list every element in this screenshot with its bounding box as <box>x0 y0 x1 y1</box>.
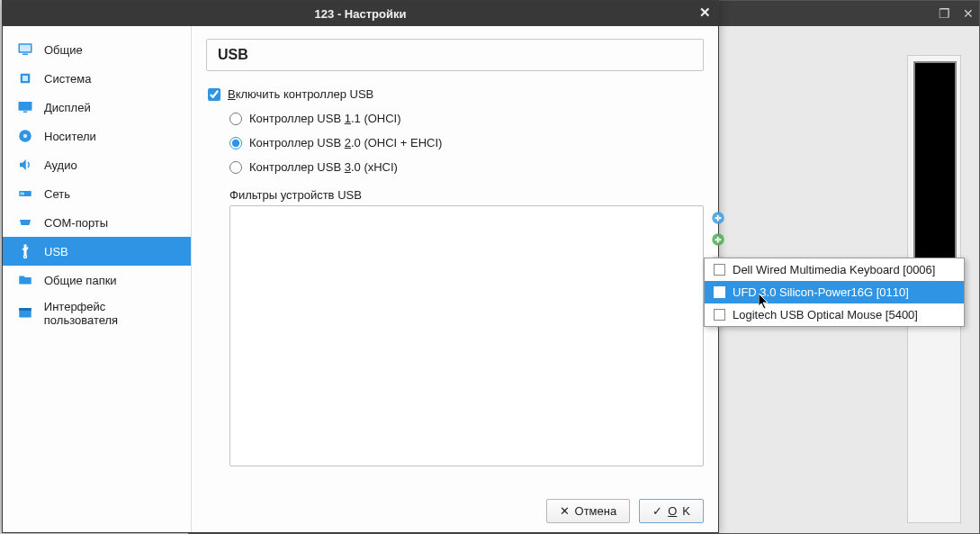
usb-2-0-label: Контроллер USB 2.0 (OHCI + EHCI) <box>249 136 442 149</box>
disk-icon <box>15 127 35 145</box>
usb-device-popup[interactable]: Dell Wired Multimedia Keyboard [0006] UF… <box>704 258 965 327</box>
ok-button[interactable]: ✓ OK <box>639 499 704 523</box>
sidebar-item-network[interactable]: Сеть <box>3 179 191 208</box>
sidebar-item-serial[interactable]: COM-порты <box>3 208 191 237</box>
serial-port-icon <box>15 213 35 231</box>
usb-3-0-radio[interactable]: Контроллер USB 3.0 (xHCI) <box>229 160 704 174</box>
usb-2-0-radio[interactable]: Контроллер USB 2.0 (OHCI + EHCI) <box>229 136 704 149</box>
ui-icon <box>15 304 35 322</box>
sidebar-item-label: Система <box>44 72 91 86</box>
sidebar-item-shared-folders[interactable]: Общие папки <box>3 266 191 294</box>
svg-rect-10 <box>21 193 22 195</box>
add-empty-filter-icon[interactable] <box>710 210 726 226</box>
close-icon[interactable]: ✕ <box>699 5 711 21</box>
cancel-icon: ✕ <box>560 504 570 518</box>
folder-icon <box>15 271 35 289</box>
svg-rect-2 <box>22 54 28 56</box>
speaker-icon <box>15 156 35 174</box>
sidebar-item-label: Общие <box>44 43 83 57</box>
popup-item-mouse[interactable]: Logitech USB Optical Mouse [5400] <box>705 303 964 326</box>
chip-icon <box>15 69 35 87</box>
popup-item-ufd[interactable]: UFD 3.0 Silicon-Power16G [0110] <box>705 281 964 303</box>
usb-1-1-input[interactable] <box>229 113 242 125</box>
usb-3-0-label: Контроллер USB 3.0 (xHCI) <box>249 160 398 174</box>
vm-screen-thumb <box>913 61 957 286</box>
dialog-footer: ✕ Отмена ✓ OK <box>206 490 704 523</box>
sidebar-item-label: Общие папки <box>44 274 117 287</box>
usb-1-1-label: Контроллер USB 1.1 (OHCI) <box>249 112 401 125</box>
svg-rect-13 <box>19 308 31 311</box>
sidebar-item-audio[interactable]: Аудио <box>3 150 191 179</box>
svg-point-8 <box>23 134 28 139</box>
sidebar-item-display[interactable]: Дисплей <box>3 93 191 122</box>
usb-icon <box>15 242 35 260</box>
usb-2-0-input[interactable] <box>229 137 242 149</box>
popup-item-keyboard[interactable]: Dell Wired Multimedia Keyboard [0006] <box>705 258 964 281</box>
sidebar-item-usb[interactable]: USB <box>3 237 191 266</box>
sidebar-item-storage[interactable]: Носители <box>3 122 191 150</box>
popup-item-label: UFD 3.0 Silicon-Power16G [0110] <box>733 285 909 299</box>
display-icon <box>15 98 35 116</box>
maximize-icon[interactable]: ❐ <box>939 6 950 21</box>
svg-rect-6 <box>23 112 28 113</box>
popup-checkbox[interactable] <box>714 286 725 298</box>
monitor-icon <box>15 41 35 59</box>
sidebar-item-label: Интерфейс пользователя <box>44 300 182 327</box>
svg-rect-1 <box>20 45 31 52</box>
network-icon <box>15 185 35 203</box>
sidebar-item-label: COM-порты <box>44 216 108 230</box>
panel-title: USB <box>206 39 704 71</box>
sidebar-item-label: Аудио <box>44 158 77 172</box>
dialog-title: 123 - Настройки <box>315 7 407 21</box>
sidebar-item-system[interactable]: Система <box>3 64 191 93</box>
sidebar-item-label: Дисплей <box>44 101 91 114</box>
popup-item-label: Dell Wired Multimedia Keyboard [0006] <box>733 263 935 276</box>
enable-usb-input[interactable] <box>208 88 220 101</box>
svg-rect-11 <box>22 193 24 195</box>
svg-rect-4 <box>22 76 28 81</box>
filters-label: Фильтры устройств USB <box>229 188 704 202</box>
popup-checkbox[interactable] <box>714 309 725 321</box>
svg-rect-5 <box>19 102 32 111</box>
sidebar-item-general[interactable]: Общие <box>3 35 191 64</box>
enable-usb-checkbox[interactable]: Включить контроллер USB <box>208 87 704 101</box>
add-device-filter-icon[interactable] <box>710 231 726 248</box>
sidebar-item-label: Носители <box>44 130 96 143</box>
sidebar-item-label: USB <box>44 245 68 258</box>
usb-filters-list[interactable] <box>229 205 704 466</box>
usb-3-0-input[interactable] <box>229 161 242 174</box>
enable-usb-label: Включить контроллер USB <box>228 87 373 101</box>
ok-icon: ✓ <box>652 504 662 518</box>
popup-checkbox[interactable] <box>714 264 725 276</box>
settings-sidebar: Общие Система Дисплей Носители Аудио Сет… <box>3 26 192 532</box>
sidebar-item-label: Сеть <box>44 187 70 201</box>
sidebar-item-ui[interactable]: Интерфейс пользователя <box>3 294 191 332</box>
settings-dialog: 123 - Настройки ✕ Общие Система Дисплей … <box>2 0 719 533</box>
popup-item-label: Logitech USB Optical Mouse [5400] <box>733 308 918 321</box>
usb-1-1-radio[interactable]: Контроллер USB 1.1 (OHCI) <box>229 112 704 125</box>
dialog-titlebar[interactable]: 123 - Настройки ✕ <box>3 1 718 26</box>
cancel-button[interactable]: ✕ Отмена <box>546 499 631 523</box>
settings-panel: USB Включить контроллер USB Контроллер U… <box>192 26 718 532</box>
close-icon[interactable]: ✕ <box>963 6 974 21</box>
